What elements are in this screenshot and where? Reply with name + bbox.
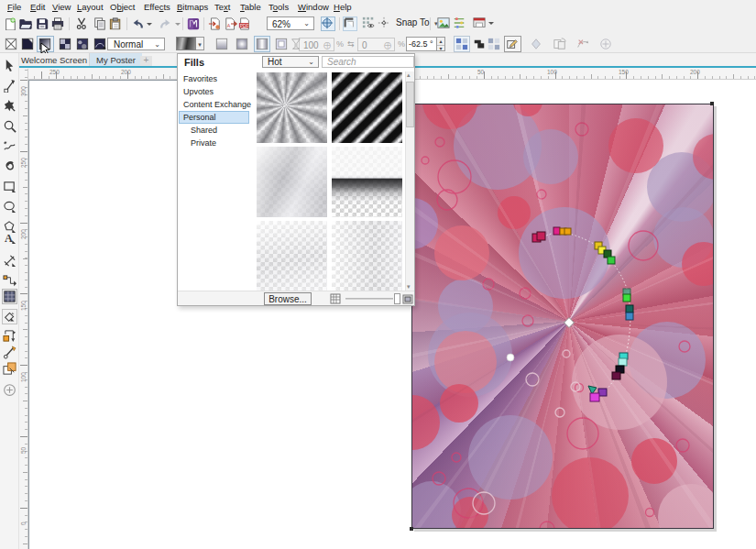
svg-text:PDF: PDF [240, 24, 249, 28]
svg-text:A: A [227, 23, 231, 28]
svg-text:A: A [5, 232, 13, 245]
